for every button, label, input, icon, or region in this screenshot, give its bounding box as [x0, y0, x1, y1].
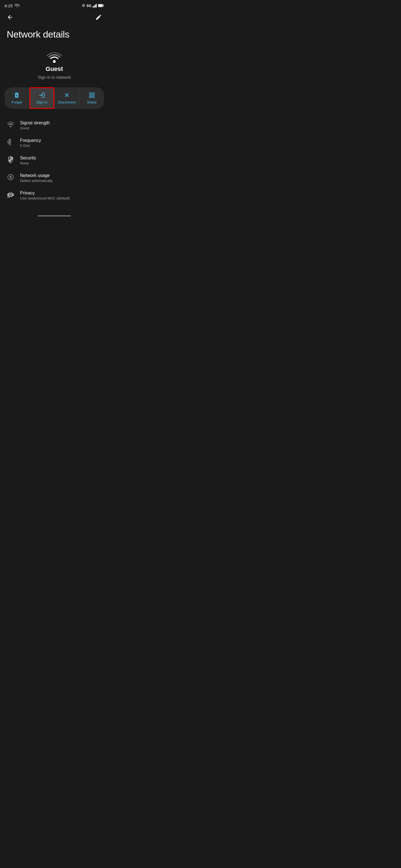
- svg-rect-16: [90, 96, 90, 97]
- action-buttons-row: Forget Sign in Disconnect: [0, 82, 109, 114]
- forget-icon: [13, 92, 20, 98]
- signal-strength-icon: [7, 121, 15, 129]
- svg-rect-19: [91, 96, 92, 96]
- network-type-icon: G: [82, 4, 85, 7]
- svg-rect-27: [10, 159, 11, 160]
- security-subtitle: None: [20, 161, 36, 165]
- network-name: Guest: [46, 65, 63, 72]
- disconnect-icon: [63, 92, 70, 98]
- signal-icon: [92, 4, 97, 7]
- security-content: Security None: [20, 156, 36, 165]
- fiveg-label: 5G: [87, 4, 91, 8]
- share-label: Share: [87, 100, 97, 104]
- wifi-large-icon: [47, 51, 62, 63]
- forget-label: Forget: [12, 100, 22, 104]
- frequency-subtitle: 5 GHz: [20, 144, 41, 148]
- status-bar: 4:15 ? G 5G: [0, 0, 109, 10]
- svg-rect-14: [90, 93, 90, 94]
- frequency-icon: [7, 138, 15, 148]
- svg-rect-17: [93, 96, 93, 97]
- privacy-item: Privacy Use randomized MAC (default): [0, 187, 109, 204]
- home-bar: [37, 215, 71, 216]
- svg-rect-4: [95, 5, 95, 7]
- svg-point-23: [10, 142, 11, 143]
- svg-text:$: $: [9, 175, 12, 180]
- disconnect-label: Disconnect: [58, 100, 76, 104]
- svg-rect-7: [98, 4, 103, 7]
- battery-icon: [98, 4, 104, 7]
- signin-button[interactable]: Sign in: [30, 87, 54, 109]
- frequency-content: Frequency 5 GHz: [20, 138, 41, 148]
- signal-strength-content: Signal strength Good: [20, 121, 50, 130]
- network-usage-icon: $: [7, 174, 15, 183]
- home-indicator: [0, 212, 109, 220]
- security-item: Security None: [0, 152, 109, 169]
- svg-rect-3: [93, 6, 94, 7]
- security-title: Security: [20, 156, 36, 160]
- privacy-icon: [7, 191, 15, 200]
- security-icon: [7, 156, 15, 165]
- svg-text:?: ?: [18, 5, 20, 7]
- privacy-content: Privacy Use randomized MAC (default): [20, 191, 69, 200]
- network-usage-subtitle: Detect automatically: [20, 179, 53, 183]
- svg-rect-15: [93, 93, 93, 94]
- frequency-item: Frequency 5 GHz: [0, 134, 109, 152]
- signin-icon: [38, 92, 45, 98]
- network-usage-title: Network usage: [20, 173, 53, 178]
- edit-button[interactable]: [93, 12, 104, 23]
- network-status: Sign in to network: [37, 75, 71, 80]
- signal-strength-subtitle: Good: [20, 126, 50, 130]
- svg-point-9: [53, 60, 56, 63]
- svg-point-21: [10, 126, 11, 127]
- privacy-title: Privacy: [20, 191, 69, 195]
- toolbar: [0, 10, 109, 25]
- signal-strength-title: Signal strength: [20, 121, 50, 125]
- privacy-subtitle: Use randomized MAC (default): [20, 196, 69, 200]
- back-button[interactable]: [4, 12, 16, 23]
- frequency-title: Frequency: [20, 138, 41, 143]
- svg-rect-2: [92, 6, 93, 7]
- network-usage-item: $ Network usage Detect automatically: [0, 169, 109, 187]
- svg-rect-20: [91, 95, 92, 95]
- info-list: Signal strength Good Frequency 5 GHz: [0, 114, 109, 207]
- svg-point-0: [17, 7, 18, 7]
- action-buttons-container: Forget Sign in Disconnect: [4, 87, 104, 109]
- signin-label: Sign in: [36, 100, 47, 104]
- network-icon-section: Guest Sign in to network: [0, 46, 109, 82]
- page-title: Network details: [0, 25, 109, 46]
- wifi-question-icon: ?: [14, 4, 20, 7]
- signal-strength-item: Signal strength Good: [0, 117, 109, 134]
- network-usage-content: Network usage Detect automatically: [20, 173, 53, 183]
- share-button[interactable]: Share: [79, 87, 104, 109]
- svg-rect-8: [103, 5, 104, 6]
- disconnect-button[interactable]: Disconnect: [55, 87, 79, 109]
- svg-rect-5: [96, 4, 97, 7]
- forget-button[interactable]: Forget: [4, 87, 29, 109]
- svg-rect-18: [92, 95, 93, 95]
- status-time: 4:15: [4, 3, 12, 8]
- status-left: 4:15 ?: [4, 3, 20, 8]
- status-right: G 5G: [82, 4, 104, 8]
- share-icon: [89, 92, 95, 98]
